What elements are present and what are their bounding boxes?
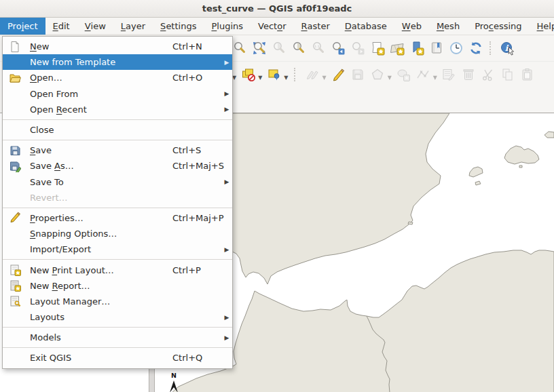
menu-item-label: New from Template [30,57,172,67]
project-menu-popup: NewCtrl+NNew from Template▶Open…Ctrl+OOp… [2,36,233,369]
menu-item-label: Layouts [30,312,172,322]
zoom-next-icon [349,39,367,57]
menubar-item-help[interactable]: Help [530,18,554,35]
menubar-item-web[interactable]: Web [394,18,429,35]
menu-separator [3,327,232,328]
menubar-item-view[interactable]: View [77,18,113,35]
temporal-controller-icon[interactable] [447,39,465,57]
new-spatial-bookmark-icon[interactable] [369,39,386,57]
current-edits-icon [303,66,321,83]
current-edits-dropdown-arrow-icon: ▼ [322,75,326,81]
deselect-features-icon[interactable] [240,66,257,83]
menu-item-import-export[interactable]: Import/Export▶ [3,241,232,257]
menu-item-icon-empty [8,124,22,136]
submenu-arrow-icon: ▶ [221,246,232,253]
menubar-item-vector[interactable]: Vector [251,18,293,35]
menu-item-label: Open From [30,89,172,99]
menu-item-icon-empty [8,56,22,68]
menu-item-icon-empty [8,176,22,188]
menu-item-properties[interactable]: Properties…Ctrl+Maj+P [3,210,232,226]
menu-item-label: New [30,41,172,52]
menu-item-save[interactable]: SaveCtrl+S [3,142,232,158]
new-report-icon [8,279,22,292]
menu-item-label: Layout Manager… [30,296,172,307]
menubar-item-raster[interactable]: Raster [294,18,337,35]
menu-separator [3,347,232,348]
menu-item-label: Exit QGIS [30,353,172,363]
save-edits-icon [349,66,367,83]
deselect-features-dropdown-arrow-icon[interactable]: ▼ [258,75,262,81]
spatial-bookmarks-icon[interactable] [408,39,426,57]
menu-item-revert[interactable]: Revert… [3,190,232,205]
menu-item-exit-qgis[interactable]: Exit QGISCtrl+Q [3,350,232,366]
toolbar-separator [294,68,298,81]
menubar-item-mesh[interactable]: Mesh [429,18,467,35]
menubar-item-project[interactable]: Project [0,18,45,35]
menu-item-open-recent[interactable]: Open Recent▶ [3,102,232,117]
zoom-out-icon[interactable] [231,39,248,57]
menu-item-save-as[interactable]: Save As…Ctrl+Maj+S [3,158,232,174]
zoom-to-layer-icon[interactable] [290,39,308,57]
folder-open-icon [8,72,22,84]
menu-item-snapping-options[interactable]: Snapping Options… [3,226,232,241]
new-layout-icon [8,264,22,276]
menu-separator [3,259,232,260]
title-bar[interactable]: test_curve — QGIS af0f19eadc [0,0,554,18]
qgis-window: test_curve — QGIS af0f19eadc ProjectEdit… [0,0,554,392]
menu-item-open[interactable]: Open…Ctrl+O [3,70,232,85]
menubar-item-layer[interactable]: Layer [113,18,153,35]
menu-item-label: Save As… [30,161,172,171]
menu-item-layouts[interactable]: Layouts▶ [3,309,232,325]
vertex-tool-dropdown-arrow-icon: ▼ [433,75,437,81]
menubar-item-settings[interactable]: Settings [153,18,204,35]
zoom-last-icon[interactable] [329,39,347,57]
cut-features-icon [479,66,497,83]
menu-separator [3,119,232,120]
paste-features-icon [519,66,536,83]
toggle-editing-icon[interactable] [329,66,347,83]
menubar-item-plugins[interactable]: Plugins [204,18,251,35]
map-region-ibiza [469,167,483,177]
menu-item-label: New Print Layout… [30,265,172,275]
menu-item-icon-empty [8,228,22,240]
identify-features-icon[interactable]: i [499,39,517,57]
svg-text:1:1: 1:1 [314,45,319,48]
menubar-item-edit[interactable]: Edit [45,18,77,35]
menubar-item-database[interactable]: Database [337,18,394,35]
menu-item-save-to[interactable]: Save To▶ [3,174,232,190]
show-spatial-bookmarks-icon[interactable] [388,39,406,57]
north-arrow-icon [170,380,178,392]
bookmark-manager-icon[interactable] [428,39,445,57]
submenu-arrow-icon: ▶ [221,178,232,185]
move-feature-icon [394,66,412,83]
refresh-icon[interactable] [467,39,485,57]
zoom-to-selection-icon [270,39,288,57]
layout-manager-icon [8,295,22,307]
menu-item-icon-empty [8,87,22,100]
menu-item-icon-empty [8,352,22,364]
menu-item-new-print-layout[interactable]: New Print Layout…Ctrl+P [3,262,232,277]
properties-icon [8,212,22,224]
menu-item-models[interactable]: Models▶ [3,330,232,345]
submenu-arrow-icon: ▶ [221,59,232,66]
menu-item-shortcut: Ctrl+O [172,73,221,83]
menu-bar: ProjectEditViewLayerSettingsPluginsVecto… [0,18,554,35]
menubar-item-processing[interactable]: Processing [467,18,529,35]
zoom-full-icon[interactable] [251,39,268,57]
select-features-by-value-icon[interactable] [265,66,283,83]
map-region-formentera [475,181,481,185]
menu-item-close[interactable]: Close [3,122,232,138]
menu-item-new[interactable]: NewCtrl+N [3,39,232,54]
menu-item-open-from[interactable]: Open From▶ [3,86,232,102]
north-arrow-label: N [171,372,177,379]
add-polygon-feature-dropdown-arrow-icon: ▼ [388,75,392,81]
menu-item-layout-manager[interactable]: Layout Manager… [3,294,232,309]
map-region-islet-tabarca [408,222,413,224]
select-features-by-value-dropdown-arrow-icon[interactable]: ▼ [284,75,288,81]
menu-item-new-from-template[interactable]: New from Template▶ [3,54,232,70]
menu-item-label: Models [30,332,172,342]
menu-item-shortcut: Ctrl+P [172,265,221,275]
menu-separator [3,140,232,140]
submenu-arrow-icon: ▶ [221,334,232,341]
menu-item-new-report[interactable]: New Report… [3,278,232,294]
